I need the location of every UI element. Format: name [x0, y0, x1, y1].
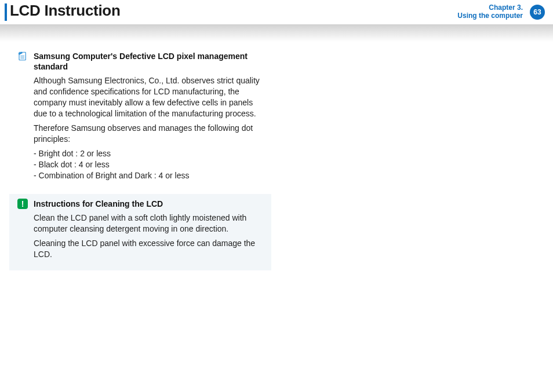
page-header: LCD Instruction Chapter 3. Using the com… — [0, 0, 553, 27]
note-icon — [17, 51, 28, 61]
chapter-label: Chapter 3. Using the computer — [457, 3, 523, 20]
chapter-line-1: Chapter 3. — [457, 3, 523, 12]
header-shadow — [0, 24, 553, 42]
page-title: LCD Instruction — [10, 2, 121, 20]
note-paragraph: Therefore Samsung observes and manages t… — [34, 123, 263, 145]
note-cleaning-instructions: ! Instructions for Cleaning the LCD Clea… — [9, 194, 271, 270]
note-paragraph: Clean the LCD panel with a soft cloth li… — [34, 213, 263, 235]
page: LCD Instruction Chapter 3. Using the com… — [0, 0, 553, 392]
page-number-badge: 63 — [530, 5, 545, 20]
note-paragraph: Although Samsung Electronics, Co., Ltd. … — [34, 75, 263, 119]
note-title: Samsung Computer's Defective LCD pixel m… — [34, 51, 263, 72]
page-number: 63 — [533, 8, 541, 16]
chapter-line-2: Using the computer — [457, 12, 523, 20]
note-pixel-standard: Samsung Computer's Defective LCD pixel m… — [9, 46, 271, 188]
note-title: Instructions for Cleaning the LCD — [34, 199, 263, 209]
list-item: - Black dot : 4 or less — [34, 159, 263, 170]
dot-principles-list: - Bright dot : 2 or less - Black dot : 4… — [34, 148, 263, 181]
header-accent-bar — [5, 3, 7, 21]
note-paragraph: Cleaning the LCD panel with excessive fo… — [34, 238, 263, 260]
list-item: - Bright dot : 2 or less — [34, 148, 263, 159]
caution-icon: ! — [17, 199, 28, 209]
content-column: Samsung Computer's Defective LCD pixel m… — [9, 46, 271, 276]
list-item: - Combination of Bright and Dark : 4 or … — [34, 170, 263, 181]
